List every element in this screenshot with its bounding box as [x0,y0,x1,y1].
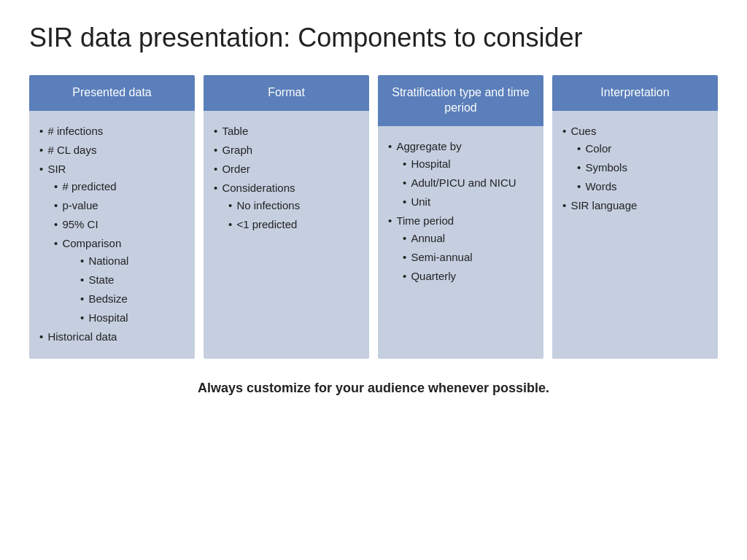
list-item: Order [214,160,359,178]
list-item: Hospital [80,309,185,327]
column-format: FormatTableGraphOrderConsiderationsNo in… [204,75,369,359]
list-item: # infections [39,122,185,140]
list-item: National [80,252,185,270]
column-header-presented-data: Presented data [29,75,195,111]
page-title: SIR data presentation: Components to con… [29,22,718,53]
column-presented-data: Presented data# infections# CL daysSIR# … [29,75,195,359]
list-item: Adult/PICU and NICU [403,174,533,192]
column-header-format: Format [204,75,369,111]
list-item: ComparisonNationalStateBedsizeHospital [54,235,185,327]
list-item: p-value [54,197,185,214]
footer-text: Always customize for your audience whene… [29,381,718,396]
list-item: Historical data [39,328,185,346]
list-item: Symbols [577,159,708,176]
column-stratification: Stratification type and time periodAggre… [378,75,543,359]
column-header-interpretation: Interpretation [552,75,718,111]
list-item: ConsiderationsNo infections<1 predicted [214,179,359,233]
list-item: Hospital [403,155,533,173]
column-body-interpretation: CuesColorSymbolsWordsSIR language [552,111,718,359]
list-item: 95% CI [54,216,185,233]
list-item: # predicted [54,178,185,195]
columns-wrapper: Presented data# infections# CL daysSIR# … [29,75,718,359]
list-item: Aggregate byHospitalAdult/PICU and NICUU… [388,138,533,211]
column-header-stratification: Stratification type and time period [378,75,543,126]
list-item: Annual [403,230,533,247]
column-interpretation: InterpretationCuesColorSymbolsWordsSIR l… [552,75,718,359]
list-item: Unit [403,193,533,211]
list-item: Words [577,178,708,195]
list-item: # CL days [39,141,185,159]
column-body-stratification: Aggregate byHospitalAdult/PICU and NICUU… [378,126,543,359]
column-body-presented-data: # infections# CL daysSIR# predictedp-val… [29,111,195,359]
list-item: Table [214,122,359,140]
list-item: Bedsize [80,290,185,308]
list-item: Quarterly [403,268,533,285]
list-item: <1 predicted [228,216,359,233]
list-item: SIR# predictedp-value95% CIComparisonNat… [39,160,185,327]
list-item: No infections [228,197,359,214]
list-item: Graph [214,141,359,159]
list-item: Color [577,140,708,158]
list-item: CuesColorSymbolsWords [562,122,708,195]
list-item: Semi-annual [403,249,533,266]
list-item: Time periodAnnualSemi-annualQuarterly [388,212,533,285]
list-item: SIR language [562,197,708,214]
list-item: State [80,271,185,289]
column-body-format: TableGraphOrderConsiderationsNo infectio… [204,111,369,359]
